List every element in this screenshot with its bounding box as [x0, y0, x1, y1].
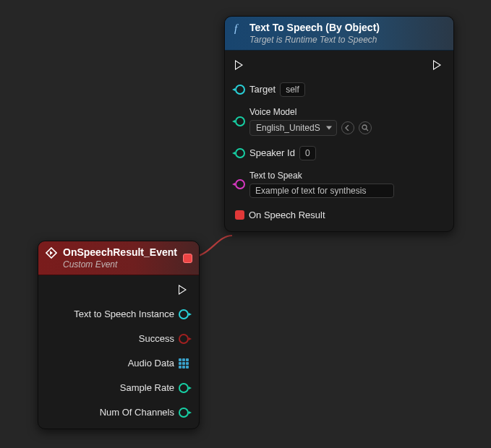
prev-arrow-icon[interactable]: [341, 121, 354, 134]
node-header[interactable]: OnSpeechResult_Event Custom Event: [38, 241, 199, 275]
object-out-pin[interactable]: [179, 309, 189, 319]
node-subtitle: Target is Runtime Text to Speech: [249, 35, 380, 46]
speaker-id-value-box[interactable]: 0: [299, 146, 316, 160]
int-out-pin[interactable]: [179, 383, 189, 393]
exec-out-pin[interactable]: [433, 60, 443, 70]
pin-row-speaker-id: Speaker Id 0: [229, 145, 449, 162]
blueprint-node-custom-event[interactable]: OnSpeechResult_Event Custom Event Text t…: [38, 241, 200, 429]
search-icon[interactable]: [359, 121, 372, 134]
pin-row-on-speech-result: On Speech Result: [229, 207, 449, 224]
pin-label: Speaker Id: [249, 147, 295, 158]
node-title: OnSpeechResult_Event: [63, 246, 177, 259]
node-title: Text To Speech (By Object): [249, 22, 380, 35]
int-pin[interactable]: [235, 148, 245, 158]
pin-row-success: Success: [43, 330, 195, 348]
enum-pin[interactable]: [235, 116, 245, 126]
target-value-box[interactable]: self: [280, 82, 305, 97]
pin-row-target: Target self: [229, 81, 449, 98]
pin-row-text-to-speak: Text to Speak Example of text for synthe…: [229, 169, 449, 199]
node-subtitle: Custom Event: [63, 259, 177, 270]
pin-row-num-channels: Num Of Channels: [43, 404, 195, 421]
svg-point-1: [362, 125, 367, 129]
pin-row-voice-model: Voice Model English_UnitedS: [229, 105, 449, 137]
node-header[interactable]: f Text To Speech (By Object) Target is R…: [225, 17, 453, 51]
pin-label: Voice Model: [249, 107, 372, 117]
object-pin[interactable]: [235, 85, 245, 95]
event-icon: [46, 247, 57, 259]
svg-line-2: [366, 129, 368, 131]
pin-label: Text to Speech Instance: [74, 309, 174, 319]
function-icon: f: [232, 22, 244, 34]
text-to-speak-value-box[interactable]: Example of text for synthesis: [249, 184, 394, 198]
voice-model-dropdown[interactable]: English_UnitedS: [249, 120, 337, 136]
blueprint-node-text-to-speech[interactable]: f Text To Speech (By Object) Target is R…: [224, 16, 454, 232]
pin-label: Success: [139, 333, 174, 344]
string-pin[interactable]: [235, 179, 245, 189]
exec-out-pin[interactable]: [179, 285, 189, 295]
exec-in-pin[interactable]: [235, 60, 245, 70]
array-out-pin[interactable]: [179, 358, 189, 369]
pin-label: On Speech Result: [249, 210, 325, 220]
bool-out-pin[interactable]: [179, 334, 189, 344]
int-out-pin[interactable]: [179, 408, 189, 418]
pin-label: Target: [249, 84, 276, 95]
pin-label: Text to Speak: [249, 171, 394, 181]
pin-row-sample-rate: Sample Rate: [43, 379, 195, 397]
pin-label: Audio Data: [128, 358, 174, 369]
pin-row-audio-data: Audio Data: [43, 355, 195, 372]
delegate-out-pin[interactable]: [183, 254, 192, 263]
pin-row-instance: Text to Speech Instance: [43, 306, 195, 323]
pin-label: Sample Rate: [120, 382, 174, 393]
pin-label: Num Of Channels: [100, 407, 174, 418]
delegate-in-pin[interactable]: [235, 210, 244, 220]
svg-text:f: f: [234, 22, 239, 34]
